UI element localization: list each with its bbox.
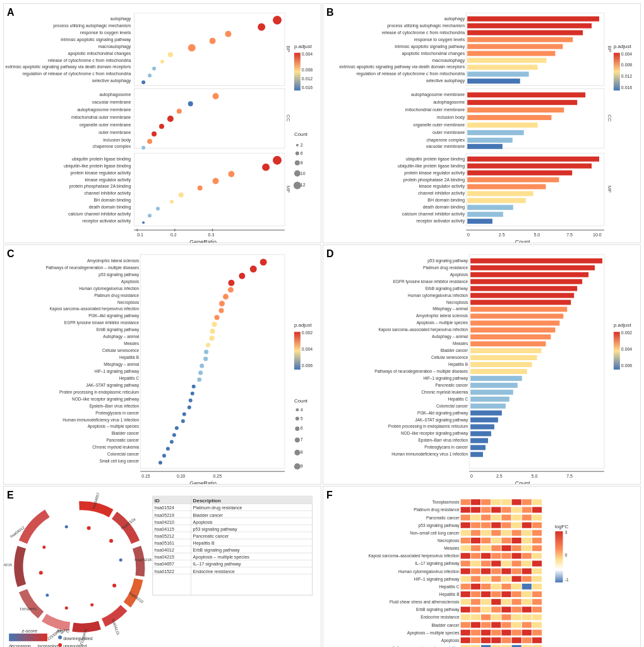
svg-text:regulation of release of cytoc: regulation of release of cytochrome c fr… — [357, 71, 465, 76]
svg-rect-512 — [461, 607, 470, 612]
svg-text:Bladder cancer: Bladder cancer — [112, 431, 140, 435]
svg-point-202 — [206, 343, 210, 348]
svg-rect-504 — [461, 599, 470, 605]
svg-rect-505 — [471, 599, 480, 605]
svg-text:Count: Count — [294, 398, 308, 404]
svg-text:12: 12 — [301, 183, 306, 187]
svg-text:kinase regulator activity: kinase regulator activity — [85, 178, 131, 183]
svg-rect-121 — [467, 130, 524, 135]
svg-rect-400 — [461, 499, 470, 505]
svg-text:autophagy: autophagy — [110, 16, 131, 21]
svg-rect-99 — [467, 37, 573, 42]
panel-c-svg: Amyotrophic lateral sclerosis Pathways o… — [4, 245, 321, 484]
svg-text:process utilizing autophagic m: process utilizing autophagic mechanism — [53, 23, 131, 28]
svg-text:BH domain binding: BH domain binding — [93, 198, 131, 203]
svg-text:Hepatitis B: Hepatitis B — [119, 355, 139, 360]
svg-text:0: 0 — [565, 553, 568, 558]
svg-rect-371 — [9, 634, 47, 641]
svg-text:death domain binding: death domain binding — [423, 205, 465, 210]
svg-rect-520 — [461, 614, 470, 620]
svg-rect-531 — [491, 622, 501, 627]
svg-rect-143 — [467, 205, 513, 210]
svg-text:Hepatitis C: Hepatitis C — [448, 397, 468, 402]
svg-text:Platinum drug resistance: Platinum drug resistance — [423, 265, 468, 270]
svg-rect-484 — [501, 576, 511, 582]
svg-rect-468 — [501, 560, 511, 566]
svg-rect-409 — [471, 507, 480, 512]
svg-text:hsa01522: hsa01522 — [155, 569, 174, 574]
svg-rect-460 — [501, 553, 511, 559]
svg-text:vacuolar membrane: vacuolar membrane — [92, 100, 131, 104]
svg-text:calcium channel inhibitor acti: calcium channel inhibitor activity — [402, 212, 465, 217]
svg-rect-526 — [522, 614, 532, 620]
svg-text:increasing: increasing — [38, 644, 58, 647]
svg-rect-120 — [467, 123, 537, 128]
svg-rect-300 — [470, 438, 488, 443]
svg-point-318 — [90, 603, 93, 607]
panel-d: D p53 signaling pathway Platinum drug re… — [323, 245, 641, 485]
svg-rect-541 — [512, 630, 522, 636]
svg-point-191 — [250, 265, 257, 272]
svg-text:0.008: 0.008 — [621, 63, 633, 67]
svg-text:ErbB signaling pathway: ErbB signaling pathway — [193, 548, 240, 553]
svg-rect-544 — [461, 638, 470, 643]
panel-a-svg: BP autophagy process utilizing autophagi… — [4, 4, 321, 243]
svg-point-74 — [294, 171, 301, 177]
svg-rect-510 — [522, 599, 532, 605]
svg-text:JAK–STAT signaling pathway: JAK–STAT signaling pathway — [86, 383, 140, 388]
svg-text:release of cytochrome c from m: release of cytochrome c from mitochondri… — [48, 58, 131, 63]
svg-text:IL–17 signaling pathway: IL–17 signaling pathway — [415, 561, 460, 566]
svg-rect-475 — [491, 569, 501, 574]
svg-text:Platinum drug resistance: Platinum drug resistance — [414, 507, 460, 512]
svg-rect-448 — [461, 545, 470, 551]
svg-rect-274 — [470, 265, 595, 270]
svg-rect-543 — [532, 630, 542, 636]
svg-text:hsa04115: hsa04115 — [155, 527, 174, 532]
svg-text:extrinsic apoptotic signaling : extrinsic apoptotic signaling pathway vi… — [339, 64, 465, 70]
svg-text:Pancreatic cancer: Pancreatic cancer — [193, 534, 229, 539]
svg-text:chaperone complex: chaperone complex — [426, 138, 465, 143]
svg-rect-141 — [467, 191, 533, 196]
svg-point-34 — [159, 124, 164, 129]
svg-text:5.0: 5.0 — [534, 233, 540, 237]
svg-rect-436 — [501, 530, 511, 536]
svg-rect-277 — [470, 286, 577, 291]
svg-text:PI3K–Akt signaling pathway: PI3K–Akt signaling pathway — [417, 411, 468, 416]
svg-text:macroautophagy: macroautophagy — [432, 58, 465, 63]
svg-rect-302 — [470, 452, 483, 457]
svg-text:0.004: 0.004 — [302, 347, 313, 351]
svg-rect-299 — [470, 431, 491, 436]
svg-text:hsa05219: hsa05219 — [155, 513, 174, 518]
svg-text:intrinsic apoptotic signaling : intrinsic apoptotic signaling pathway — [61, 37, 131, 42]
svg-text:Apoptosis: Apoptosis — [450, 272, 468, 277]
svg-rect-415 — [532, 507, 542, 512]
svg-point-218 — [162, 454, 166, 457]
svg-rect-479 — [532, 569, 542, 574]
svg-point-37 — [141, 146, 145, 150]
svg-text:Hepatitis B: Hepatitis B — [448, 362, 468, 367]
svg-rect-499 — [491, 591, 501, 597]
svg-rect-533 — [512, 622, 522, 627]
svg-text:logFC: logFC — [555, 524, 569, 529]
svg-point-12 — [258, 23, 265, 31]
svg-rect-488 — [461, 584, 470, 590]
svg-rect-491 — [491, 584, 501, 590]
svg-text:Autophagy – animal: Autophagy – animal — [103, 334, 139, 339]
svg-rect-442 — [481, 538, 491, 543]
svg-point-30 — [213, 93, 219, 99]
panel-e: E — [3, 486, 321, 647]
svg-rect-21 — [134, 88, 285, 148]
svg-rect-551 — [532, 638, 542, 643]
svg-text:Measles: Measles — [453, 341, 468, 346]
svg-text:0.15: 0.15 — [141, 474, 150, 478]
panel-b-label: B — [326, 7, 334, 18]
svg-text:ubiquitin protein ligase bindi: ubiquitin protein ligase binding — [406, 157, 465, 162]
svg-point-322 — [42, 546, 45, 549]
svg-rect-490 — [481, 584, 491, 590]
svg-text:Necroptosis: Necroptosis — [438, 538, 460, 543]
svg-text:hsa04215: hsa04215 — [155, 555, 174, 560]
svg-text:Bladder cancer: Bladder cancer — [431, 623, 460, 627]
svg-text:8: 8 — [301, 160, 303, 165]
svg-point-195 — [223, 294, 229, 299]
svg-text:4: 4 — [301, 408, 303, 412]
